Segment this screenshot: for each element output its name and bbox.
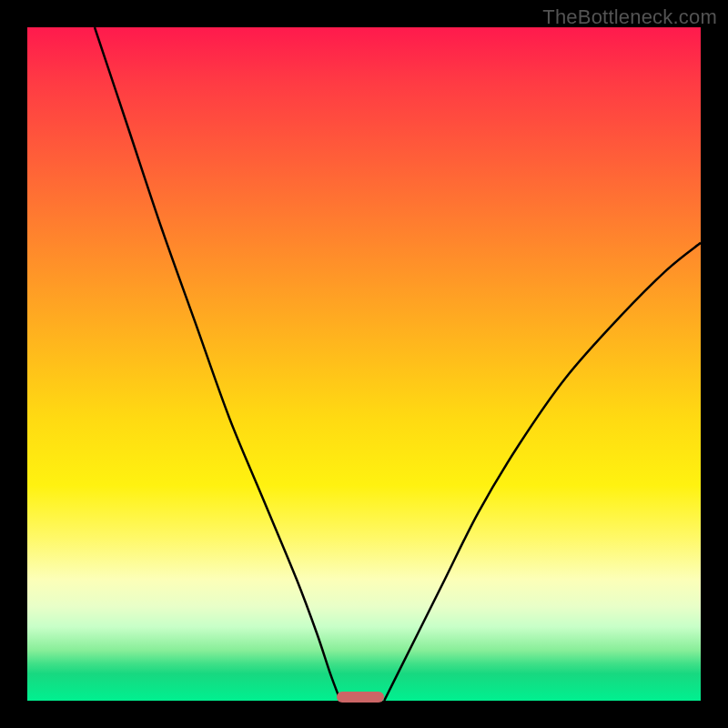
chart-plot-area (27, 27, 701, 701)
chart-curves-svg (27, 27, 701, 701)
left-curve-path (95, 27, 340, 701)
bottleneck-marker (337, 692, 384, 703)
right-curve-path (384, 243, 701, 701)
watermark-text: TheBottleneck.com (542, 5, 717, 29)
